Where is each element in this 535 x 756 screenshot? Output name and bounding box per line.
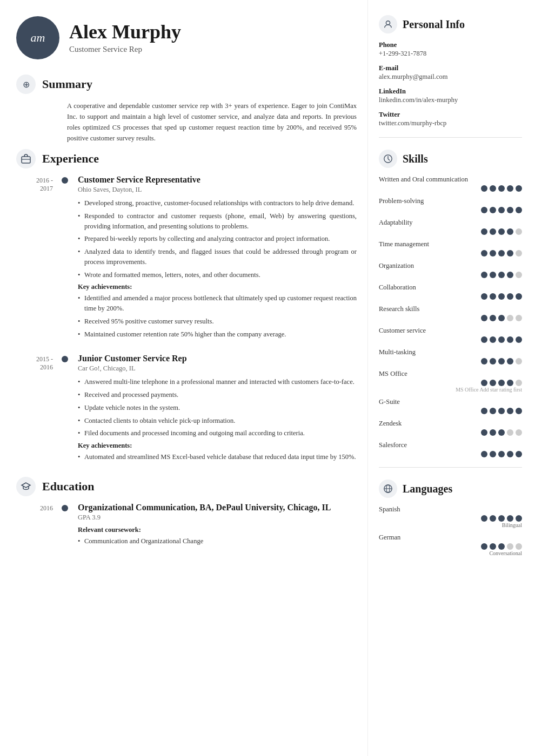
dot-empty: [507, 315, 513, 321]
language-dots: [379, 543, 522, 550]
skill-dots: [379, 272, 522, 278]
skill-item: Collaboration: [379, 284, 522, 300]
dot-filled: [490, 207, 496, 213]
experience-header: Experience: [16, 149, 357, 168]
personal-info-icon: [379, 15, 397, 33]
dot-filled: [516, 408, 522, 414]
experience-section: Experience 2016 - 2017Customer Service R…: [16, 149, 357, 465]
avatar: am: [16, 16, 59, 59]
job-content: Customer Service RepresentativeOhio Save…: [70, 175, 357, 342]
dot-filled: [481, 336, 487, 343]
dot-filled: [498, 315, 505, 321]
dot-filled: [507, 272, 513, 278]
dot-filled: [507, 250, 513, 256]
job-bullets: Developed strong, proactive, customer-fo…: [78, 198, 357, 280]
dot-filled: [490, 543, 496, 550]
skills-header: Skills: [379, 150, 522, 168]
personal-info-header: Personal Info: [379, 15, 522, 33]
language-level: Conversational: [379, 550, 522, 556]
skill-name: Adaptability: [379, 219, 522, 227]
dot-filled: [481, 272, 487, 278]
dot-filled: [498, 336, 505, 343]
summary-section: ⊕ Summary A cooperative and dependable c…: [16, 75, 357, 144]
dot-filled: [498, 429, 505, 436]
language-name: Spanish: [379, 505, 522, 514]
header-text: Alex Murphy Customer Service Rep: [69, 22, 181, 55]
info-label: Twitter: [379, 111, 522, 119]
info-value: +1-299-321-7878: [379, 50, 522, 58]
skill-dots: [379, 250, 522, 256]
achievements-list: Automated and streamlined MS Excel-based…: [78, 452, 357, 462]
languages-title: Languages: [403, 483, 452, 495]
dot-filled: [498, 228, 505, 235]
dot-filled: [507, 336, 513, 343]
avatar-initials: am: [31, 31, 45, 45]
info-label: LinkedIn: [379, 87, 522, 96]
skill-name: Research skills: [379, 305, 522, 313]
dot-filled: [498, 185, 505, 192]
dot-filled: [481, 429, 487, 436]
achievements-list: Identified and amended a major process b…: [78, 293, 357, 339]
skill-item: MS OfficeMS Office Add star rating first: [379, 370, 522, 393]
language-item: GermanConversational: [379, 534, 522, 556]
list-item: Automated and streamlined MS Excel-based…: [78, 452, 357, 462]
dot-filled: [490, 451, 496, 457]
skill-item: Zendesk: [379, 420, 522, 436]
dot-filled: [516, 451, 522, 457]
dot-empty: [516, 380, 522, 386]
info-item: Phone+1-299-321-7878: [379, 41, 522, 58]
skill-name: Customer service: [379, 327, 522, 335]
info-item: Twittertwitter.com/murphy-rbcp: [379, 111, 522, 127]
edu-content: Organizational Communication, BA, DePaul…: [70, 503, 357, 549]
key-achievements-label: Key achievements:: [78, 283, 357, 291]
svg-point-2: [386, 21, 390, 25]
languages-icon: [379, 480, 397, 498]
dot-filled: [498, 358, 505, 364]
dot-filled: [490, 429, 496, 436]
skill-dots: [379, 293, 522, 300]
dot-empty: [516, 315, 522, 321]
list-item: Answered multi-line telephone in a profe…: [78, 377, 357, 387]
info-label: Phone: [379, 41, 522, 49]
summary-title: Summary: [42, 77, 92, 91]
dot-filled: [507, 185, 513, 192]
dot-filled: [490, 228, 496, 235]
dot-filled: [498, 543, 505, 550]
skill-item: Research skills: [379, 305, 522, 321]
dot-filled: [507, 228, 513, 235]
list-item: Wrote and formatted memos, letters, note…: [78, 270, 357, 280]
dot-filled: [490, 408, 496, 414]
dot-filled: [490, 293, 496, 300]
skill-dots: [379, 336, 522, 343]
dot-empty: [516, 429, 522, 436]
list-item: Analyzed data to identify trends, and fl…: [78, 247, 357, 267]
dot-filled: [481, 543, 487, 550]
dot-filled: [481, 228, 487, 235]
info-value: linkedin.com/in/alex-murphy: [379, 96, 522, 104]
dot-filled: [481, 293, 487, 300]
skill-item: Customer service: [379, 327, 522, 343]
skill-item: Time management: [379, 240, 522, 256]
dot-filled: [498, 272, 505, 278]
dot-filled: [516, 185, 522, 192]
dot-filled: [507, 207, 513, 213]
languages-section: Languages SpanishBilingualGermanConversa…: [379, 480, 522, 556]
skill-dots: [379, 451, 522, 457]
job-company: Car Go!, Chicago, IL: [78, 364, 357, 373]
dot-empty: [516, 272, 522, 278]
info-value: alex.murphy@gmail.com: [379, 73, 522, 81]
skill-item: Written and Oral communication: [379, 176, 522, 192]
dot-filled: [498, 408, 505, 414]
left-column: am Alex Murphy Customer Service Rep ⊕ Su…: [0, 0, 367, 756]
dot-filled: [481, 250, 487, 256]
dot-filled: [507, 451, 513, 457]
dot-filled: [516, 207, 522, 213]
education-icon: [16, 477, 36, 496]
skill-name: MS Office: [379, 370, 522, 378]
list-item: Maintained customer retention rate 50% h…: [78, 329, 357, 340]
skill-dots: [379, 408, 522, 414]
dot-filled: [481, 380, 487, 386]
skill-dots: [379, 207, 522, 213]
personal-info-section: Personal Info Phone+1-299-321-7878E-mail…: [379, 15, 522, 127]
timeline-job: 2016 - 2017Customer Service Representati…: [22, 175, 357, 342]
